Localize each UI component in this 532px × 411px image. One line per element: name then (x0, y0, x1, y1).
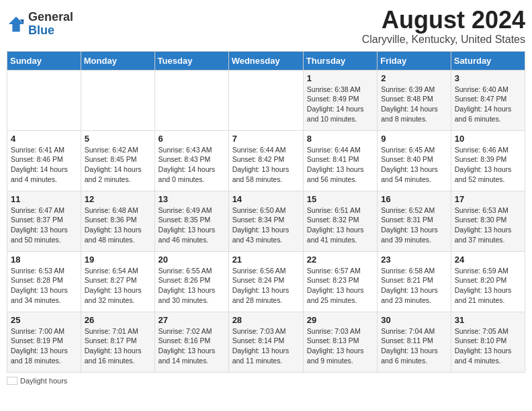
col-header-thursday: Thursday (303, 51, 377, 70)
logo-blue: Blue (28, 24, 73, 38)
day-info: Sunrise: 7:01 AM Sunset: 8:17 PM Dayligh… (85, 326, 151, 366)
day-number: 23 (381, 255, 447, 265)
day-number: 20 (159, 255, 225, 265)
day-info: Sunrise: 6:55 AM Sunset: 8:26 PM Dayligh… (159, 266, 225, 306)
day-number: 8 (307, 134, 373, 144)
day-info: Sunrise: 7:05 AM Sunset: 8:10 PM Dayligh… (455, 326, 521, 366)
logo-icon (7, 15, 26, 34)
day-info: Sunrise: 7:00 AM Sunset: 8:19 PM Dayligh… (11, 326, 77, 366)
day-info: Sunrise: 6:53 AM Sunset: 8:28 PM Dayligh… (11, 266, 77, 306)
day-number: 9 (381, 134, 447, 144)
calendar-row-1: 1Sunrise: 6:38 AM Sunset: 8:49 PM Daylig… (7, 70, 525, 130)
calendar-cell: 10Sunrise: 6:46 AM Sunset: 8:39 PM Dayli… (451, 130, 525, 191)
day-info: Sunrise: 6:57 AM Sunset: 8:23 PM Dayligh… (307, 266, 373, 306)
page-header: General Blue August 2024 Claryville, Ken… (7, 7, 525, 46)
day-number: 19 (85, 255, 151, 265)
calendar-cell (154, 70, 228, 130)
day-number: 26 (85, 315, 151, 325)
calendar-cell: 21Sunrise: 6:56 AM Sunset: 8:24 PM Dayli… (228, 251, 303, 312)
day-number: 25 (11, 315, 77, 325)
legend: Daylight hours (7, 377, 525, 385)
day-number: 22 (307, 255, 373, 265)
day-info: Sunrise: 6:39 AM Sunset: 8:48 PM Dayligh… (381, 85, 447, 124)
day-number: 2 (381, 73, 447, 83)
legend-box-daylight (7, 377, 17, 385)
calendar-row-3: 11Sunrise: 6:47 AM Sunset: 8:37 PM Dayli… (7, 191, 525, 251)
calendar-cell: 28Sunrise: 7:03 AM Sunset: 8:14 PM Dayli… (228, 312, 303, 372)
day-info: Sunrise: 6:38 AM Sunset: 8:49 PM Dayligh… (307, 85, 373, 124)
calendar-cell: 3Sunrise: 6:40 AM Sunset: 8:47 PM Daylig… (451, 70, 525, 130)
calendar-cell: 6Sunrise: 6:43 AM Sunset: 8:43 PM Daylig… (154, 130, 228, 191)
calendar-row-4: 18Sunrise: 6:53 AM Sunset: 8:28 PM Dayli… (7, 251, 525, 312)
day-number: 21 (232, 255, 300, 265)
calendar-cell: 26Sunrise: 7:01 AM Sunset: 8:17 PM Dayli… (81, 312, 154, 372)
calendar-row-2: 4Sunrise: 6:41 AM Sunset: 8:46 PM Daylig… (7, 130, 525, 191)
calendar-cell: 14Sunrise: 6:50 AM Sunset: 8:34 PM Dayli… (228, 191, 303, 251)
calendar-cell: 27Sunrise: 7:02 AM Sunset: 8:16 PM Dayli… (154, 312, 228, 372)
day-info: Sunrise: 6:49 AM Sunset: 8:35 PM Dayligh… (159, 205, 225, 245)
logo-general: General (28, 11, 73, 24)
svg-marker-0 (9, 17, 24, 32)
calendar-cell: 8Sunrise: 6:44 AM Sunset: 8:41 PM Daylig… (303, 130, 377, 191)
calendar-cell: 19Sunrise: 6:54 AM Sunset: 8:27 PM Dayli… (81, 251, 154, 312)
day-number: 10 (455, 134, 521, 144)
day-number: 18 (11, 255, 77, 265)
calendar-cell: 13Sunrise: 6:49 AM Sunset: 8:35 PM Dayli… (154, 191, 228, 251)
calendar-cell: 15Sunrise: 6:51 AM Sunset: 8:32 PM Dayli… (303, 191, 377, 251)
day-number: 13 (159, 194, 225, 204)
calendar-cell: 25Sunrise: 7:00 AM Sunset: 8:19 PM Dayli… (7, 312, 81, 372)
calendar-cell: 29Sunrise: 7:03 AM Sunset: 8:13 PM Dayli… (303, 312, 377, 372)
day-number: 11 (11, 194, 77, 204)
legend-daylight-label: Daylight hours (20, 377, 67, 385)
day-number: 15 (307, 194, 373, 204)
day-info: Sunrise: 6:40 AM Sunset: 8:47 PM Dayligh… (455, 85, 521, 124)
logo: General Blue (7, 11, 73, 38)
title-area: August 2024 Claryville, Kentucky, United… (362, 7, 525, 46)
col-header-monday: Monday (81, 51, 154, 70)
calendar-row-5: 25Sunrise: 7:00 AM Sunset: 8:19 PM Dayli… (7, 312, 525, 372)
calendar-cell: 4Sunrise: 6:41 AM Sunset: 8:46 PM Daylig… (7, 130, 81, 191)
day-number: 3 (455, 73, 521, 83)
day-info: Sunrise: 6:43 AM Sunset: 8:43 PM Dayligh… (159, 145, 225, 185)
month-year: August 2024 (362, 7, 525, 34)
day-info: Sunrise: 7:03 AM Sunset: 8:13 PM Dayligh… (307, 326, 373, 366)
day-info: Sunrise: 7:02 AM Sunset: 8:16 PM Dayligh… (159, 326, 225, 366)
day-info: Sunrise: 6:52 AM Sunset: 8:31 PM Dayligh… (381, 205, 447, 245)
day-info: Sunrise: 6:45 AM Sunset: 8:40 PM Dayligh… (381, 145, 447, 185)
calendar-cell: 31Sunrise: 7:05 AM Sunset: 8:10 PM Dayli… (451, 312, 525, 372)
day-number: 7 (232, 134, 300, 144)
day-info: Sunrise: 7:03 AM Sunset: 8:14 PM Dayligh… (232, 326, 300, 366)
calendar: SundayMondayTuesdayWednesdayThursdayFrid… (7, 51, 525, 373)
calendar-cell: 16Sunrise: 6:52 AM Sunset: 8:31 PM Dayli… (378, 191, 451, 251)
calendar-cell: 12Sunrise: 6:48 AM Sunset: 8:36 PM Dayli… (81, 191, 154, 251)
day-info: Sunrise: 6:47 AM Sunset: 8:37 PM Dayligh… (11, 205, 77, 245)
calendar-cell (7, 70, 81, 130)
col-header-tuesday: Tuesday (154, 51, 228, 70)
calendar-cell: 22Sunrise: 6:57 AM Sunset: 8:23 PM Dayli… (303, 251, 377, 312)
day-info: Sunrise: 7:04 AM Sunset: 8:11 PM Dayligh… (381, 326, 447, 366)
location: Claryville, Kentucky, United States (362, 34, 525, 46)
calendar-cell: 2Sunrise: 6:39 AM Sunset: 8:48 PM Daylig… (378, 70, 451, 130)
calendar-cell: 24Sunrise: 6:59 AM Sunset: 8:20 PM Dayli… (451, 251, 525, 312)
calendar-cell (228, 70, 303, 130)
day-number: 24 (455, 255, 521, 265)
day-number: 28 (232, 315, 300, 325)
day-number: 1 (307, 73, 373, 83)
calendar-cell: 5Sunrise: 6:42 AM Sunset: 8:45 PM Daylig… (81, 130, 154, 191)
calendar-cell: 18Sunrise: 6:53 AM Sunset: 8:28 PM Dayli… (7, 251, 81, 312)
col-header-sunday: Sunday (7, 51, 81, 70)
calendar-cell (81, 70, 154, 130)
day-info: Sunrise: 6:50 AM Sunset: 8:34 PM Dayligh… (232, 205, 300, 245)
calendar-cell: 11Sunrise: 6:47 AM Sunset: 8:37 PM Dayli… (7, 191, 81, 251)
day-number: 30 (381, 315, 447, 325)
col-header-saturday: Saturday (451, 51, 525, 70)
day-info: Sunrise: 6:54 AM Sunset: 8:27 PM Dayligh… (85, 266, 151, 306)
legend-item-daylight: Daylight hours (7, 377, 67, 385)
day-info: Sunrise: 6:42 AM Sunset: 8:45 PM Dayligh… (85, 145, 151, 185)
day-number: 17 (455, 194, 521, 204)
calendar-cell: 30Sunrise: 7:04 AM Sunset: 8:11 PM Dayli… (378, 312, 451, 372)
day-number: 27 (159, 315, 225, 325)
day-info: Sunrise: 6:56 AM Sunset: 8:24 PM Dayligh… (232, 266, 300, 306)
col-header-wednesday: Wednesday (228, 51, 303, 70)
day-number: 14 (232, 194, 300, 204)
